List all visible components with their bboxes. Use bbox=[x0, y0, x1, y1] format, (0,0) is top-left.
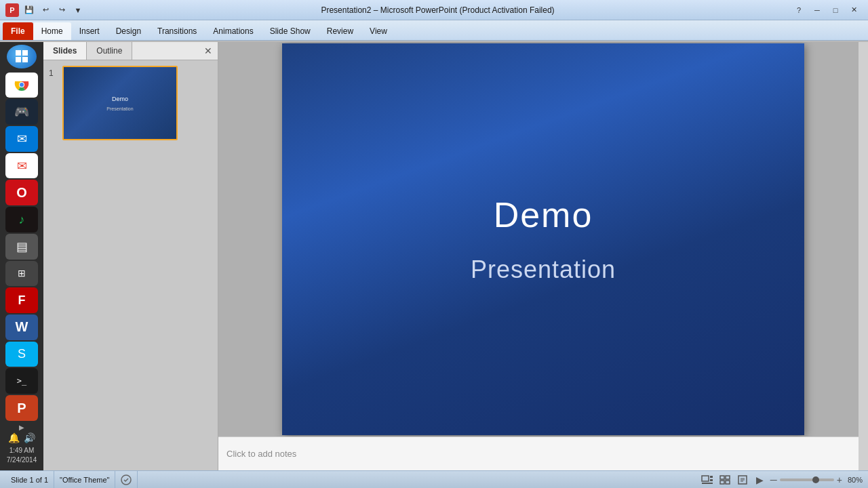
editor-scrollbar[interactable] bbox=[859, 42, 868, 436]
quick-access-toolbar: 💾 ↩ ↪ ▼ bbox=[22, 3, 85, 17]
window-controls: ? ─ □ ✕ bbox=[790, 3, 863, 17]
tab-slideshow[interactable]: Slide Show bbox=[262, 22, 319, 40]
slide-thumbnail[interactable]: Demo Presentation bbox=[62, 66, 178, 140]
slide-subtitle-text[interactable]: Presentation bbox=[471, 256, 616, 284]
undo-qat-button[interactable]: ↩ bbox=[38, 3, 53, 17]
svg-rect-12 bbox=[726, 481, 730, 484]
slide-info-status: Slide 1 of 1 bbox=[5, 471, 54, 488]
svg-rect-11 bbox=[720, 481, 724, 484]
zoom-in-button[interactable]: + bbox=[837, 474, 842, 485]
files-icon[interactable]: ▤ bbox=[5, 234, 38, 260]
tab-file[interactable]: File bbox=[3, 22, 33, 40]
svg-rect-9 bbox=[720, 476, 724, 479]
status-right: ▶ ─ + 80% bbox=[700, 473, 863, 487]
system-clock: 1:49 AM 7/24/2014 bbox=[7, 446, 37, 465]
window-title: Presentation2 – Microsoft PowerPoint (Pr… bbox=[85, 5, 790, 15]
taskbar-expand-arrow[interactable]: ▶ bbox=[19, 424, 24, 431]
zoom-out-button[interactable]: ─ bbox=[770, 474, 777, 485]
console-icon[interactable]: >_ bbox=[5, 368, 38, 394]
main-area: 🎮 ✉ ✉ O ♪ ▤ ⊞ F W S >_ bbox=[0, 42, 868, 470]
reading-view-button[interactable] bbox=[735, 473, 750, 487]
ribbon-tab-bar: File Home Insert Design Transitions Anim… bbox=[0, 20, 868, 41]
tab-insert[interactable]: Insert bbox=[71, 22, 108, 40]
close-button[interactable]: ✕ bbox=[845, 3, 863, 17]
slide-number-label: 1 bbox=[49, 68, 58, 78]
save-qat-button[interactable]: 💾 bbox=[22, 3, 37, 17]
svg-rect-8 bbox=[702, 483, 713, 484]
chrome-icon[interactable] bbox=[5, 73, 38, 98]
slideshow-view-button[interactable]: ▶ bbox=[753, 473, 768, 487]
windows-start-button[interactable] bbox=[7, 45, 37, 68]
slide-thumb-item: 1 Demo Presentation bbox=[49, 66, 212, 140]
slide-panel: Slides Outline ✕ 1 Demo Presentation bbox=[43, 42, 218, 470]
title-bar: P 💾 ↩ ↪ ▼ Presentation2 – Microsoft Powe… bbox=[0, 0, 868, 20]
tab-animations[interactable]: Animations bbox=[205, 22, 261, 40]
opera-icon[interactable]: O bbox=[5, 180, 38, 205]
tab-view[interactable]: View bbox=[361, 22, 395, 40]
title-bar-left: P 💾 ↩ ↪ ▼ bbox=[5, 3, 85, 17]
editor-scroll-area: Demo Presentation Click to add notes bbox=[218, 42, 868, 470]
word-icon[interactable]: W bbox=[5, 314, 38, 340]
svg-point-3 bbox=[20, 83, 24, 87]
svg-rect-10 bbox=[726, 476, 730, 479]
normal-view-button[interactable] bbox=[700, 473, 715, 487]
speaker-icon[interactable]: 🔊 bbox=[24, 432, 35, 443]
redo-qat-button[interactable]: ↪ bbox=[54, 3, 69, 17]
svg-rect-7 bbox=[710, 479, 713, 481]
spotify-icon[interactable]: ♪ bbox=[5, 207, 38, 232]
exchange-icon[interactable]: ✉ bbox=[5, 126, 38, 152]
minimize-button[interactable]: ─ bbox=[808, 3, 826, 17]
slide-panel-close-button[interactable]: ✕ bbox=[199, 43, 218, 59]
status-bar: Slide 1 of 1 "Office Theme" ▶ ─ + 80% bbox=[0, 470, 868, 488]
notifications-icon[interactable]: 🔔 bbox=[8, 432, 20, 443]
filezilla-icon[interactable]: F bbox=[5, 287, 38, 313]
theme-status: "Office Theme" bbox=[54, 471, 115, 488]
maximize-button[interactable]: □ bbox=[827, 3, 844, 17]
slide-title-text[interactable]: Demo bbox=[494, 195, 593, 235]
tab-home[interactable]: Home bbox=[33, 22, 71, 40]
zoom-thumb[interactable] bbox=[812, 476, 819, 483]
notes-placeholder[interactable]: Click to add notes bbox=[226, 449, 296, 459]
powerpoint-taskbar-icon[interactable]: P bbox=[5, 395, 38, 421]
slide-canvas-container[interactable]: Demo Presentation bbox=[218, 42, 868, 436]
gmail-icon[interactable]: ✉ bbox=[5, 153, 38, 179]
svg-rect-6 bbox=[710, 476, 713, 478]
slide-canvas[interactable]: Demo Presentation bbox=[282, 43, 804, 435]
steam-icon[interactable]: 🎮 bbox=[5, 99, 38, 125]
spell-check-icon[interactable] bbox=[115, 471, 138, 488]
manager-icon[interactable]: ⊞ bbox=[5, 261, 38, 287]
svg-rect-5 bbox=[702, 476, 709, 481]
help-button[interactable]: ? bbox=[790, 3, 808, 17]
slide-thumb-subtitle: Presentation bbox=[106, 106, 133, 111]
skype-icon[interactable]: S bbox=[5, 342, 38, 367]
tab-slides[interactable]: Slides bbox=[43, 42, 87, 60]
editor-area: Demo Presentation bbox=[218, 42, 868, 436]
slide-panel-tabs: Slides Outline ✕ bbox=[43, 42, 218, 60]
zoom-level: 80% bbox=[848, 476, 863, 484]
tab-review[interactable]: Review bbox=[319, 22, 361, 40]
customize-qat-button[interactable]: ▼ bbox=[71, 3, 85, 17]
slides-list: 1 Demo Presentation bbox=[43, 60, 218, 470]
slide-sorter-button[interactable] bbox=[717, 473, 732, 487]
zoom-control: ─ + 80% bbox=[770, 474, 863, 485]
app-logo: P bbox=[5, 3, 19, 17]
notes-area[interactable]: Click to add notes bbox=[218, 436, 868, 470]
taskbar-bottom: 🔔 🔊 1:49 AM 7/24/2014 bbox=[7, 432, 37, 468]
tab-transitions[interactable]: Transitions bbox=[149, 22, 205, 40]
taskbar-left: 🎮 ✉ ✉ O ♪ ▤ ⊞ F W S >_ bbox=[0, 42, 43, 470]
slide-thumb-title: Demo bbox=[112, 96, 128, 102]
tab-design[interactable]: Design bbox=[108, 22, 149, 40]
tab-outline[interactable]: Outline bbox=[87, 42, 132, 60]
ribbon: File Home Insert Design Transitions Anim… bbox=[0, 20, 868, 42]
zoom-slider[interactable] bbox=[780, 479, 834, 481]
